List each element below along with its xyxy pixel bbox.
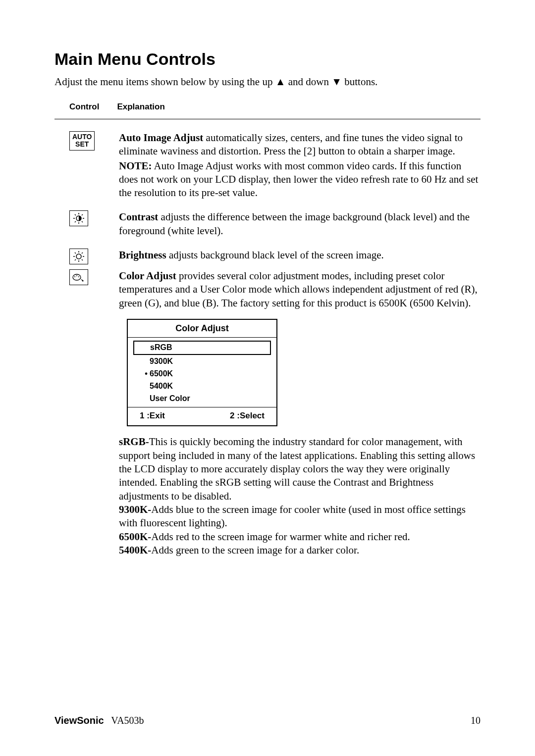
- contrast-bold: Contrast: [119, 211, 158, 223]
- menu-item-user-label: User Color: [150, 394, 190, 403]
- 6500k-text: 6500K-Adds red to the screen image for w…: [119, 530, 481, 544]
- page-title: Main Menu Controls: [54, 50, 481, 69]
- footer-brand: ViewSonic: [54, 715, 104, 726]
- row-auto-image-adjust: AUTO SET Auto Image Adjust automatically…: [54, 131, 481, 200]
- svg-line-8: [82, 214, 83, 215]
- menu-item-9300k-label: 9300K: [150, 357, 173, 365]
- auto-text: Auto Image Adjust automatically sizes, c…: [119, 131, 481, 158]
- page-number: 10: [471, 715, 481, 726]
- menu-footer: 1 :Exit 2 :Select: [128, 407, 276, 425]
- 9300k-text: 9300K-Adds blue to the screen image for …: [119, 503, 481, 530]
- contrast-text: Contrast adjusts the difference between …: [119, 210, 481, 238]
- intro-pre: Adjust the menu items shown below by usi…: [54, 76, 275, 88]
- intro-mid: and down: [285, 76, 331, 88]
- srgb-rest: This is quickly becoming the industry st…: [119, 436, 475, 502]
- auto-set-icon-line1: AUTO: [72, 133, 92, 141]
- svg-line-6: [82, 221, 83, 222]
- row-contrast: Contrast adjusts the difference between …: [54, 210, 481, 238]
- auto-note-bold: NOTE:: [119, 160, 152, 172]
- menu-item-6500k[interactable]: •6500K: [133, 368, 271, 380]
- color-adjust-menu: Color Adjust sRGB 9300K •6500K 5400K Use…: [127, 319, 277, 426]
- brightness-text: Brightness adjusts background black leve…: [119, 249, 481, 262]
- svg-point-18: [73, 274, 81, 280]
- svg-line-15: [82, 259, 83, 260]
- menu-item-5400k-label: 5400K: [150, 382, 173, 390]
- brightness-rest: adjusts background black level of the sc…: [166, 249, 384, 261]
- menu-select-hint: 2 :Select: [230, 410, 265, 421]
- row-color-adjust: Color Adjust provides several color adju…: [54, 269, 481, 557]
- menu-item-5400k[interactable]: 5400K: [133, 380, 271, 393]
- auto-set-icon: AUTO SET: [69, 131, 95, 151]
- 6500k-rest: Adds red to the screen image for warmer …: [151, 531, 410, 543]
- menu-body: sRGB 9300K •6500K 5400K User Color: [128, 338, 276, 407]
- menu-title: Color Adjust: [128, 320, 276, 338]
- menu-item-6500k-label: 6500K: [150, 369, 173, 378]
- page-footer: ViewSonic VA503b 10: [54, 715, 481, 726]
- color-adjust-icon: [69, 269, 88, 285]
- header-explanation: Explanation: [117, 102, 164, 112]
- svg-line-17: [82, 252, 83, 253]
- menu-item-srgb-label: sRGB: [150, 343, 172, 352]
- srgb-text: sRGB-This is quickly becoming the indust…: [119, 435, 481, 503]
- menu-item-user-color[interactable]: User Color: [133, 393, 271, 405]
- menu-item-srgb[interactable]: sRGB: [133, 341, 271, 355]
- menu-exit-hint: 1 :Exit: [140, 410, 165, 421]
- contrast-rest: adjusts the difference between the image…: [119, 211, 470, 236]
- down-triangle-icon: ▼: [331, 76, 342, 88]
- svg-line-16: [75, 259, 76, 260]
- menu-item-9300k[interactable]: 9300K: [133, 355, 271, 368]
- coloradjust-bold: Color Adjust: [119, 270, 176, 282]
- 9300k-bold: 9300K-: [119, 504, 151, 515]
- svg-line-7: [75, 221, 76, 222]
- contrast-icon: [69, 210, 88, 226]
- brightness-icon: [69, 249, 88, 264]
- auto-note-rest: Auto Image Adjust works with most common…: [119, 160, 478, 199]
- 5400k-bold: 5400K-: [119, 544, 151, 556]
- 9300k-rest: Adds blue to the screen image for cooler…: [119, 504, 466, 529]
- auto-set-icon-line2: SET: [72, 141, 92, 148]
- 5400k-text: 5400K-Adds green to the screen image for…: [119, 544, 481, 557]
- auto-bold: Auto Image Adjust: [119, 132, 203, 144]
- intro-post: buttons.: [342, 76, 377, 88]
- svg-point-19: [74, 276, 75, 277]
- svg-point-20: [76, 275, 77, 276]
- coloradjust-text: Color Adjust provides several color adju…: [119, 269, 481, 310]
- column-headers: Control Explanation: [54, 102, 481, 119]
- footer-model: [107, 715, 111, 726]
- bullet-icon: •: [143, 369, 150, 379]
- svg-line-5: [75, 214, 76, 215]
- row-brightness: Brightness adjusts background black leve…: [54, 249, 481, 264]
- 5400k-rest: Adds green to the screen image for a dar…: [151, 544, 359, 556]
- svg-point-9: [76, 254, 81, 259]
- srgb-bold: sRGB-: [119, 436, 149, 448]
- 6500k-bold: 6500K-: [119, 531, 151, 543]
- svg-line-14: [75, 252, 76, 253]
- up-triangle-icon: ▲: [275, 76, 286, 88]
- brightness-bold: Brightness: [119, 249, 166, 261]
- intro-text: Adjust the menu items shown below by usi…: [54, 76, 481, 88]
- header-control: Control: [69, 102, 99, 112]
- svg-point-21: [78, 276, 79, 277]
- auto-note: NOTE: Auto Image Adjust works with most …: [119, 159, 481, 200]
- footer-model-text: VA503b: [111, 715, 144, 726]
